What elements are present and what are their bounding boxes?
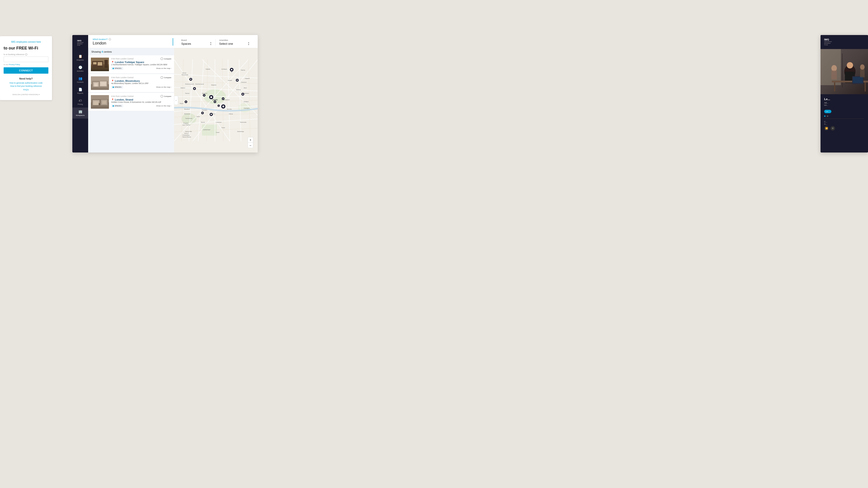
svg-point-92 <box>231 69 232 70</box>
connect-button[interactable]: CONNECT <box>4 67 49 74</box>
brand-value: Spaces <box>181 42 191 45</box>
map-pin-central3[interactable] <box>217 105 220 107</box>
map-pin-hornchurch[interactable] <box>241 93 244 96</box>
map-pin-greenwich[interactable] <box>222 97 224 100</box>
map-zoom-out-button[interactable]: – <box>248 142 253 148</box>
contacts-icon: 👥 <box>79 76 82 80</box>
activities-icon: 🕐 <box>79 66 82 69</box>
right-panel-office-image <box>820 49 868 94</box>
dot-inactive <box>827 116 828 117</box>
help-links: How to generate authentication code How … <box>4 82 49 91</box>
main-app-window: IWG InternationalWorkplaceGroup 📋 Enquir… <box>72 35 258 153</box>
booking-ref-input[interactable] <box>4 57 49 62</box>
svg-point-102 <box>186 101 186 102</box>
right-panel-icon-row: 📶 ⚙ <box>824 126 864 131</box>
map-pin-east[interactable] <box>236 79 239 82</box>
compare-checkbox-trafalgar[interactable] <box>161 58 163 60</box>
right-panel-active-tab[interactable]: Le... <box>824 110 831 113</box>
svg-text:Chigwell: Chigwell <box>245 78 250 79</box>
svg-text:Orpington: Orpington <box>244 107 249 109</box>
sidebar-item-activities[interactable]: 🕐 Activities <box>72 63 88 74</box>
result-name-strand[interactable]: 📍 London, Strand <box>111 98 171 101</box>
svg-text:Richmond: Richmond <box>184 113 190 115</box>
location-info-icon[interactable]: i <box>109 38 111 40</box>
map-zoom-in-button[interactable]: + <box>248 137 253 142</box>
result-footer-bloomsbury: SPACES. Show on the map › <box>111 86 171 89</box>
wifi-circle-icon[interactable]: 📶 <box>824 126 829 131</box>
map-collapse-icon: ‹ <box>176 99 176 102</box>
sidebar-item-contacts[interactable]: 👥 Contacts <box>72 74 88 86</box>
svg-rect-115 <box>834 83 835 92</box>
booking-ref-info-icon[interactable]: i <box>25 53 27 56</box>
map-pin-harrow[interactable] <box>193 87 196 90</box>
iwg-employees-link[interactable]: IWG employees connect here <box>4 41 49 43</box>
result-distance-strand: 0 km from London Central <box>111 95 133 97</box>
pin-icon-trafalgar: 📍 <box>111 61 114 64</box>
result-name-trafalgar[interactable]: 📍 London Trafalgar Square <box>111 61 171 64</box>
map-pin-central2[interactable] <box>214 101 216 103</box>
result-card-bloomsbury: 0 km from London Central Compare 📍 Londo… <box>88 74 174 92</box>
map-pin-hayes[interactable] <box>185 101 187 103</box>
map-link-bloomsbury[interactable]: Show on the map › <box>156 86 171 88</box>
faq-link[interactable]: FAQ's <box>4 89 49 91</box>
svg-text:Edgware: Edgware <box>211 84 216 86</box>
location-label: Which location?* i <box>93 38 168 40</box>
compare-checkbox-strand[interactable] <box>161 95 163 97</box>
result-badge-trafalgar: SPACES. <box>111 67 123 70</box>
map-container[interactable]: Hatfield Hemel Hempstead Epping St Alban… <box>174 48 258 153</box>
sidebar-item-label-activities: Activities <box>77 70 84 72</box>
result-card-inner-strand: 0 km from London Central Compare 📍 Londo… <box>88 93 174 111</box>
badge-dot-trafalgar <box>113 68 114 69</box>
privacy-policy-link[interactable]: Privacy Policy <box>9 64 20 66</box>
map-pin-watford[interactable] <box>189 78 192 81</box>
booking-ref-label: lo or booking reference i <box>4 53 49 56</box>
result-name-bloomsbury[interactable]: 📍 London, Bloomsbury <box>111 79 171 82</box>
svg-text:Sutton: Sutton <box>196 116 200 117</box>
map-pin-bromley[interactable] <box>221 104 225 109</box>
right-panel-divider <box>824 119 864 119</box>
sidebar-item-reports[interactable]: 📄 Reports <box>72 86 88 96</box>
sidebar-item-enquiries[interactable]: 📋 Enquiries <box>72 52 88 63</box>
svg-rect-19 <box>94 101 98 105</box>
map-svg: Hatfield Hemel Hempstead Epping St Alban… <box>174 48 258 153</box>
sidebar-item-workplaces[interactable]: 🏢 Workplaces <box>72 107 88 119</box>
amenities-select[interactable]: Select one ▲ ▼ <box>219 42 250 46</box>
amenities-filter: Amenities Select one ▲ ▼ <box>216 39 253 46</box>
settings-circle-icon[interactable]: ⚙ <box>831 126 835 131</box>
svg-rect-4 <box>98 62 102 66</box>
map-pin-london-center[interactable] <box>209 95 214 99</box>
map-link-strand[interactable]: Show on the map › <box>156 105 171 107</box>
svg-point-100 <box>223 98 223 99</box>
map-pin-wembley[interactable] <box>203 94 206 97</box>
result-top-row-trafalgar: 0 km from London Central Compare <box>111 58 171 60</box>
help-booking-link[interactable]: How to find your booking reference <box>4 85 49 87</box>
compare-checkbox-bloomsbury[interactable] <box>161 76 163 78</box>
badge-text-trafalgar: SPACES. <box>115 67 122 69</box>
map-pin-sutton[interactable] <box>201 111 204 114</box>
svg-text:Kingston: Kingston <box>183 123 188 124</box>
location-value[interactable]: London <box>93 41 168 46</box>
main-content-area: Which location?* i London Brand Spaces ▲… <box>88 35 258 153</box>
result-footer-trafalgar: SPACES. Show on the map › <box>111 67 171 70</box>
pin-icon-strand: 📍 <box>111 98 114 101</box>
svg-text:London: London <box>212 99 218 101</box>
result-image-bloomsbury <box>91 76 109 90</box>
right-panel-content: Le... Ad...Lo... Le... C...A... 📶 ⚙ <box>820 94 868 134</box>
sidebar-item-label-enquiries: Enquiries <box>76 59 84 61</box>
result-info-bloomsbury: 0 km from London Central Compare 📍 Londo… <box>111 76 171 90</box>
results-header: Showing 4 centres <box>88 48 174 55</box>
brand-select[interactable]: Spaces ▲ ▼ <box>181 42 212 46</box>
svg-text:Hatfield: Hatfield <box>206 68 210 70</box>
brand-arrows: ▲ ▼ <box>210 42 212 46</box>
svg-text:Rickmansworth: Rickmansworth <box>185 84 194 85</box>
map-link-trafalgar[interactable]: Show on the map › <box>156 67 171 69</box>
map-collapse-button[interactable]: ‹ <box>174 96 178 105</box>
wifi-title: to our FREE Wi-Fi <box>4 46 49 51</box>
help-auth-link[interactable]: How to generate authentication code <box>4 82 49 84</box>
language-selector[interactable]: ENGLISH (UNITED KINGDOM) ▾ <box>4 94 49 96</box>
map-pin-croydon[interactable] <box>210 113 213 116</box>
sidebar-item-label-workplaces: Workplaces <box>76 114 85 116</box>
sidebar-item-pricing[interactable]: 🏷 Pricing <box>72 96 88 107</box>
office-scene-svg <box>820 49 868 94</box>
svg-text:Sidcup: Sidcup <box>229 113 233 115</box>
